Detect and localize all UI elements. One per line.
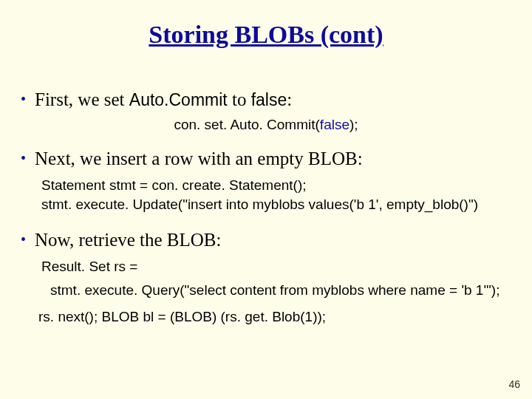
b1-ac: Auto.Commit bbox=[129, 90, 228, 109]
slide: Storing BLOBs (cont) • First, we set Aut… bbox=[0, 0, 532, 399]
b1-mid: to bbox=[228, 89, 251, 109]
slide-content: • First, we set Auto.Commit to false: co… bbox=[21, 89, 511, 341]
b1-false: false bbox=[251, 90, 287, 109]
bullet-3-text: Now, retrieve the BLOB: bbox=[35, 229, 221, 251]
page-number: 46 bbox=[508, 378, 520, 390]
bullet-3: • Now, retrieve the BLOB: bbox=[21, 229, 511, 251]
bullet-2: • Next, we insert a row with an empty BL… bbox=[21, 148, 511, 170]
c2a: Statement stmt = con. create. Statement(… bbox=[41, 176, 511, 195]
bullet-dot-icon: • bbox=[21, 229, 26, 250]
bullet-dot-icon: • bbox=[21, 89, 26, 109]
code-3c: rs. next(); BLOB bl = (BLOB) (rs. get. B… bbox=[38, 307, 511, 327]
bullet-1: • First, we set Auto.Commit to false: bbox=[21, 89, 511, 111]
c1-post: ); bbox=[349, 117, 358, 132]
b1-post: : bbox=[287, 89, 292, 109]
c1-pre: con. set. Auto. Commit( bbox=[174, 117, 319, 132]
code-2: Statement stmt = con. create. Statement(… bbox=[41, 176, 511, 214]
c1-false: false bbox=[320, 117, 349, 132]
code-3b: stmt. execute. Query("select content fro… bbox=[50, 281, 511, 300]
c2b: stmt. execute. Update("insert into myblo… bbox=[41, 195, 511, 214]
bullet-2-text: Next, we insert a row with an empty BLOB… bbox=[35, 148, 363, 170]
slide-title: Storing BLOBs (cont) bbox=[0, 21, 532, 49]
code-3a: Result. Set rs = bbox=[41, 257, 511, 276]
b1-pre: First, we set bbox=[35, 89, 129, 109]
bullet-dot-icon: • bbox=[21, 148, 26, 168]
code-1: con. set. Auto. Commit(false); bbox=[21, 117, 511, 133]
bullet-1-text: First, we set Auto.Commit to false: bbox=[35, 89, 292, 111]
